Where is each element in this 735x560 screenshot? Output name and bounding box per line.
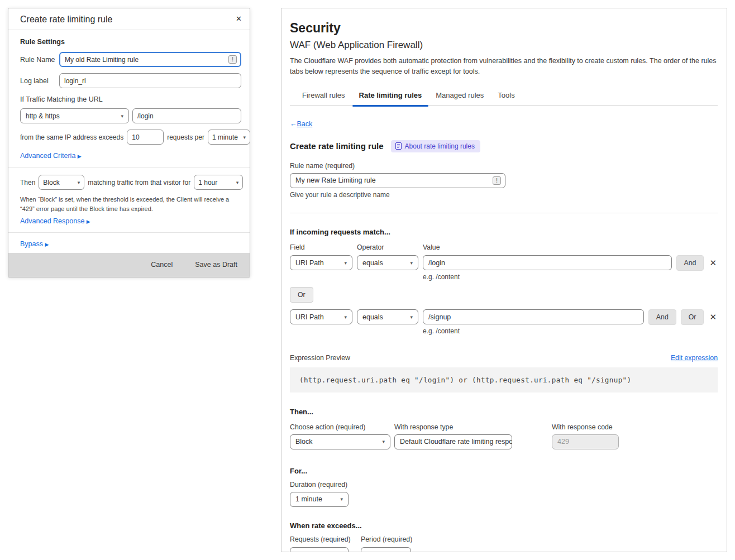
autofill-extension-icon[interactable]: ! <box>228 55 237 64</box>
dialog-footer: Cancel Save as Draft <box>8 253 250 277</box>
block-note: When “Block” is set, when the threshold … <box>20 195 241 213</box>
edit-expression-link[interactable]: Edit expression <box>671 354 718 362</box>
chevron-down-icon: ▾ <box>121 113 123 119</box>
bypass-link[interactable]: Bypass ▶ <box>20 240 241 248</box>
triangle-right-icon: ▶ <box>78 154 82 159</box>
traffic-matching-heading: If Traffic Matching the URL <box>20 95 241 103</box>
divider <box>8 167 250 167</box>
form-title: Create rate limiting rule <box>290 141 384 151</box>
chevron-down-icon: ▾ <box>236 180 239 185</box>
chevron-down-icon: ▾ <box>344 260 347 266</box>
advanced-response-link[interactable]: Advanced Response ▶ <box>20 217 241 225</box>
arrow-left-icon: ← <box>290 120 297 128</box>
response-code-label: With response code <box>552 423 619 431</box>
for-heading: For... <box>290 467 718 475</box>
field-label: Field <box>290 243 357 251</box>
duration-select[interactable]: 1 minute ▾ <box>290 492 349 507</box>
expression-preview-label: Expression Preview <box>290 354 350 362</box>
choose-action-label: Choose action (required) <box>290 423 394 431</box>
field-select[interactable]: URI Path ▾ <box>290 309 352 324</box>
requests-label: Requests (required) <box>290 535 361 543</box>
rule-settings-heading: Rule Settings <box>20 38 241 46</box>
expression-code: (http.request.uri.path eq "/login") or (… <box>290 367 718 393</box>
and-button[interactable]: And <box>648 309 676 325</box>
or-connector-button[interactable]: Or <box>290 287 313 303</box>
requests-per-text: requests per <box>167 133 204 141</box>
period-label: Period (required) <box>361 535 412 543</box>
field-select[interactable]: URI Path ▾ <box>290 255 352 270</box>
duration-label: Duration (required) <box>290 481 718 489</box>
response-type-label: With response type <box>394 423 552 431</box>
action-select[interactable]: Block ▾ <box>39 175 84 190</box>
period-select[interactable]: 1 minute ▾ <box>208 130 250 145</box>
chevron-down-icon: ▾ <box>403 552 405 552</box>
page-subtitle: WAF (Web Application Firewall) <box>290 40 718 51</box>
value-input[interactable] <box>423 309 644 324</box>
response-code-input <box>552 434 619 449</box>
match-row: URI Path ▾ equals ▾ And ✕ <box>290 255 718 271</box>
back-link[interactable]: ←Back <box>290 120 312 128</box>
dialog-header: Create rate limiting rule ✕ <box>8 8 250 30</box>
value-helper: e.g. /content <box>423 273 718 281</box>
log-label-input[interactable] <box>59 73 241 88</box>
rule-name-input[interactable] <box>290 173 505 188</box>
rule-name-helper: Give your rule a descriptive name <box>290 191 718 199</box>
chevron-down-icon: ▾ <box>410 260 413 266</box>
tab-managed-rules[interactable]: Managed rules <box>436 86 484 106</box>
about-rate-limiting-link[interactable]: About rate limiting rules <box>391 140 480 152</box>
matching-traffic-text: matching traffic from that visitor for <box>88 179 190 186</box>
divider <box>290 213 718 213</box>
close-icon[interactable]: ✕ <box>236 15 242 23</box>
triangle-right-icon: ▶ <box>87 219 90 224</box>
chevron-down-icon: ▾ <box>78 180 80 185</box>
log-label-label: Log label <box>20 77 56 85</box>
rule-name-label: Rule name (required) <box>290 162 718 170</box>
value-input[interactable] <box>423 255 672 270</box>
remove-row-icon[interactable]: ✕ <box>708 258 718 268</box>
chevron-down-icon: ▾ <box>410 314 413 320</box>
legacy-rate-limiting-dialog: Create rate limiting rule ✕ Rule Setting… <box>8 8 250 277</box>
period-select[interactable]: 1 minute ▾ <box>361 547 411 552</box>
security-waf-panel: Security WAF (Web Application Firewall) … <box>281 8 727 552</box>
operator-label: Operator <box>357 243 423 251</box>
rule-name-input[interactable] <box>59 52 241 67</box>
and-button[interactable]: And <box>676 255 704 271</box>
url-pattern-input[interactable] <box>132 108 241 123</box>
requests-input[interactable] <box>290 547 349 552</box>
rate-heading: When rate exceeds... <box>290 521 718 530</box>
ban-duration-select[interactable]: 1 hour ▾ <box>194 175 243 190</box>
then-heading: Then... <box>290 408 718 416</box>
tab-firewall-rules[interactable]: Firewall rules <box>302 86 345 106</box>
dialog-body: Rule Settings Rule Name ! Log label If T… <box>8 30 250 253</box>
match-heading: If incoming requests match... <box>290 228 718 236</box>
remove-row-icon[interactable]: ✕ <box>708 312 718 322</box>
page-description: The Cloudflare WAF provides both automat… <box>290 56 718 78</box>
rule-name-label: Rule Name <box>20 56 56 64</box>
threshold-input[interactable] <box>127 130 164 145</box>
autofill-extension-icon[interactable]: ! <box>493 176 501 185</box>
or-button[interactable]: Or <box>681 309 704 325</box>
scheme-select[interactable]: http & https ▾ <box>20 108 129 123</box>
tab-tools[interactable]: Tools <box>498 86 514 106</box>
document-icon <box>395 142 402 150</box>
chevron-down-icon: ▾ <box>344 314 347 320</box>
waf-tabs: Firewall rules Rate limiting rules Manag… <box>290 86 718 106</box>
chevron-down-icon: ▾ <box>243 135 246 140</box>
chevron-down-icon: ▾ <box>340 496 343 502</box>
operator-select[interactable]: equals ▾ <box>357 309 418 324</box>
tab-rate-limiting-rules[interactable]: Rate limiting rules <box>359 86 422 106</box>
operator-select[interactable]: equals ▾ <box>357 255 418 270</box>
match-row: URI Path ▾ equals ▾ And Or ✕ <box>290 309 718 325</box>
divider <box>8 232 250 233</box>
response-type-select[interactable]: Default Cloudflare rate limiting respons… <box>394 434 512 449</box>
value-helper: e.g. /content <box>423 327 718 335</box>
advanced-criteria-link[interactable]: Advanced Criteria ▶ <box>20 152 241 160</box>
triangle-right-icon: ▶ <box>45 242 49 247</box>
cancel-button[interactable]: Cancel <box>151 261 173 269</box>
save-as-draft-button[interactable]: Save as Draft <box>195 261 237 269</box>
then-label: Then <box>20 179 35 186</box>
action-select[interactable]: Block ▾ <box>290 434 390 449</box>
dialog-title: Create rate limiting rule <box>20 15 112 25</box>
page-title: Security <box>290 21 718 36</box>
exceeds-text: from the same IP address exceeds <box>20 133 123 141</box>
